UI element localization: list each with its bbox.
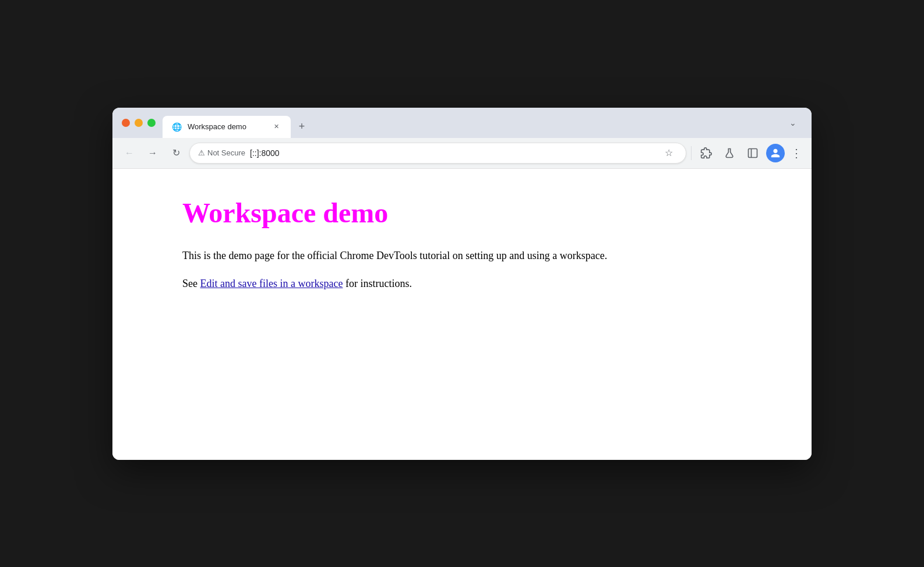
security-indicator: ⚠ Not Secure	[198, 148, 245, 157]
tab-close-button[interactable]: ✕	[271, 122, 281, 132]
new-tab-button[interactable]: +	[293, 118, 311, 136]
traffic-lights	[122, 119, 156, 127]
warning-icon: ⚠	[198, 148, 205, 157]
minimize-button[interactable]	[135, 119, 143, 127]
extensions-button[interactable]	[696, 143, 716, 163]
browser-window: 🌐 Workspace demo ✕ + ⌄ ← → ↻ ⚠ Not Secur…	[112, 108, 812, 460]
menu-button[interactable]: ⋮	[788, 146, 805, 160]
tab-bar: 🌐 Workspace demo ✕ +	[163, 108, 777, 138]
svg-rect-0	[749, 148, 757, 157]
link-prefix: See	[182, 278, 200, 289]
lab-button[interactable]	[720, 143, 739, 163]
tab-dropdown-button[interactable]: ⌄	[784, 114, 802, 132]
back-button[interactable]: ←	[119, 143, 139, 163]
reload-button[interactable]: ↻	[166, 143, 186, 163]
bookmark-button[interactable]: ☆	[660, 144, 678, 162]
page-description: This is the demo page for the official C…	[182, 247, 742, 264]
maximize-button[interactable]	[147, 119, 156, 127]
tab-title: Workspace demo	[188, 122, 265, 131]
address-bar[interactable]: ⚠ Not Secure [::]:8000 ☆	[189, 143, 686, 164]
tab-favicon: 🌐	[172, 122, 182, 132]
active-tab[interactable]: 🌐 Workspace demo ✕	[163, 116, 291, 138]
close-button[interactable]	[122, 119, 130, 127]
security-label: Not Secure	[207, 148, 245, 157]
sidebar-button[interactable]	[743, 143, 763, 163]
title-bar: 🌐 Workspace demo ✕ + ⌄	[112, 108, 812, 138]
url-display: [::]:8000	[250, 148, 655, 158]
link-suffix: for instructions.	[343, 278, 412, 289]
forward-button[interactable]: →	[143, 143, 163, 163]
nav-bar: ← → ↻ ⚠ Not Secure [::]:8000 ☆	[112, 138, 812, 169]
page-heading: Workspace demo	[182, 197, 742, 229]
workspace-link[interactable]: Edit and save files in a workspace	[200, 278, 343, 289]
page-content: Workspace demo This is the demo page for…	[112, 169, 812, 460]
profile-button[interactable]	[766, 144, 785, 162]
nav-divider	[691, 146, 692, 160]
page-link-paragraph: See Edit and save files in a workspace f…	[182, 275, 742, 292]
